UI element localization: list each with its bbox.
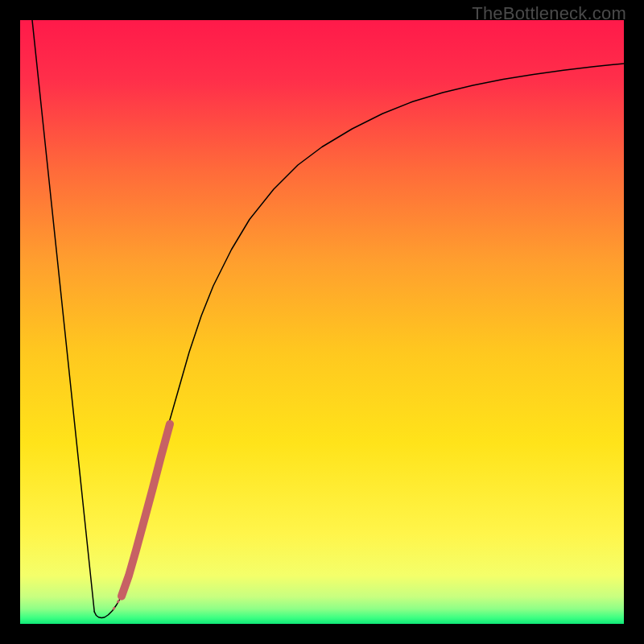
- chart-plot: [20, 20, 624, 624]
- chart-frame: TheBottleneck.com: [0, 0, 644, 644]
- chart-background: [20, 20, 624, 624]
